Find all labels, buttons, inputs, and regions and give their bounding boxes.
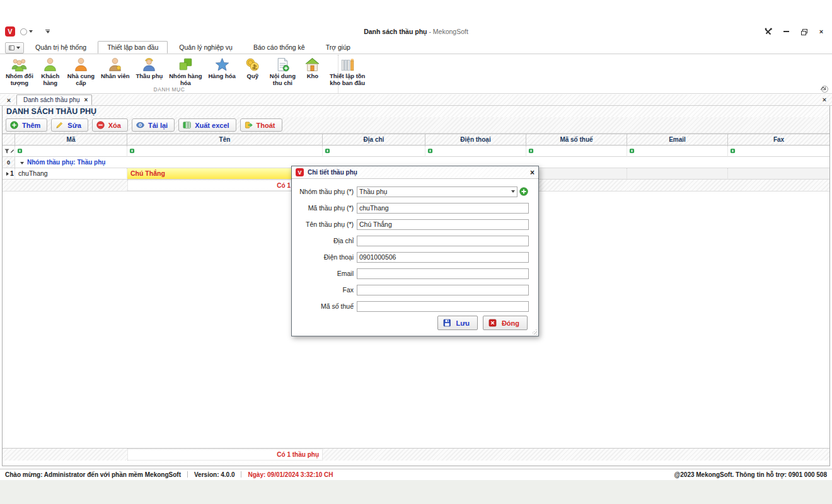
ribbon-item-suppliers[interactable]: Nhà cung cấp (64, 55, 98, 88)
reload-button[interactable]: Tải lại (132, 118, 175, 132)
column-header-dia-chi[interactable]: Địa chỉ (323, 134, 425, 146)
ribbon-item-warehouses[interactable]: Kho (299, 55, 326, 81)
dialog-close-button[interactable]: × (530, 168, 534, 177)
filter-cell-ma-so-thue[interactable] (526, 146, 627, 157)
tools-button[interactable] (764, 27, 773, 35)
field-label: Nhóm thầu phụ (*) (292, 188, 354, 195)
footer-empty (425, 449, 526, 461)
delete-button[interactable]: Xóa (92, 118, 128, 132)
phone-input[interactable] (357, 252, 529, 263)
code-input[interactable] (357, 203, 529, 214)
resize-grip[interactable] (531, 329, 537, 335)
income-expense-icon (275, 57, 291, 72)
column-header-dien-thoai[interactable]: Điện thoại (425, 134, 526, 146)
group-footer-spacer (15, 180, 127, 191)
save-button[interactable]: Lưu (437, 316, 478, 330)
minimize-button[interactable] (782, 27, 790, 35)
chevron-down-icon[interactable] (511, 190, 515, 193)
document-tab-label: Danh sách thầu phụ (23, 96, 80, 103)
fax-input[interactable] (357, 285, 529, 295)
action-toolbar: Thêm Sửa Xóa Tải lại Xuất excel Thoát (3, 117, 829, 134)
ribbon-item-funds[interactable]: Quỹ (239, 55, 267, 81)
filter-cell-ten[interactable] (127, 146, 323, 157)
address-input[interactable] (357, 236, 529, 246)
chevron-down-icon (16, 47, 20, 49)
filter-cell-dia-chi[interactable] (323, 146, 425, 157)
grid-indicator-header (3, 134, 15, 146)
ribbon-tab-operations[interactable]: Quản lý nghiệp vụ (170, 41, 242, 54)
field-row-group: Nhóm thầu phụ (*) Thầu phụ (292, 183, 538, 200)
ribbon-item-initial-stock[interactable]: Thiết lập tồn kho ban đầu (326, 55, 368, 88)
column-header-ma-so-thue[interactable]: Mã số thuế (526, 134, 627, 146)
cell-ma-so-thue[interactable] (526, 168, 627, 180)
email-input[interactable] (357, 268, 529, 279)
supplier-icon (73, 57, 89, 72)
footer-summary: Có 1 thầu phụ (127, 449, 323, 461)
filter-cell-email[interactable] (627, 146, 728, 157)
column-header-ma[interactable]: Mã (15, 134, 127, 146)
ribbon-item-products[interactable]: Hàng hóa (205, 55, 239, 81)
cell-email[interactable] (627, 168, 728, 180)
ribbon-tab-system-admin[interactable]: Quản trị hệ thống (26, 41, 96, 54)
close-tab-icon[interactable]: × (84, 96, 88, 103)
ribbon-item-employees[interactable]: Nhân viên (98, 55, 132, 81)
document-tab-subcontractor-list[interactable]: Danh sách thầu phụ × (16, 94, 92, 105)
group-select[interactable]: Thầu phụ (357, 186, 517, 197)
export-excel-button[interactable]: Xuất excel (178, 118, 236, 132)
field-label: Fax (292, 286, 354, 294)
tax-code-input[interactable] (357, 301, 529, 312)
cell-ma[interactable]: chuThang (15, 168, 127, 180)
close-document-button[interactable]: × (819, 94, 829, 105)
cell-fax[interactable] (728, 168, 829, 180)
ribbon-item-product-groups[interactable]: Nhóm hàng hóa (166, 55, 205, 88)
ribbon-tab-initial-setup[interactable]: Thiết lập ban đầu (98, 41, 168, 54)
application-window: V Danh sách thầu phụ - MekongSoft × (0, 0, 832, 504)
add-group-button[interactable] (519, 187, 528, 196)
filter-cell-ma[interactable] (15, 146, 127, 157)
group-footer-empty (728, 180, 829, 191)
layout-icon (9, 45, 14, 50)
collapse-triangle-icon[interactable] (20, 162, 24, 164)
app-menu-button[interactable] (5, 42, 24, 54)
add-button[interactable]: Thêm (6, 118, 47, 132)
ribbon-item-income-expense[interactable]: Nội dung thu chi (267, 55, 299, 88)
window-titlebar: V Danh sách thầu phụ - MekongSoft × (0, 25, 832, 42)
close-window-button[interactable]: × (817, 27, 826, 35)
data-row-indicator: 1 (3, 168, 15, 180)
close-dialog-button[interactable]: Đóng (483, 316, 528, 330)
close-all-tabs-button[interactable]: × (4, 95, 14, 105)
edit-pencil-icon (10, 149, 14, 154)
filter-cell-fax[interactable] (728, 146, 829, 157)
dialog-buttons: Lưu Đóng (437, 316, 528, 330)
tools-icon (765, 28, 772, 35)
ribbon-item-label: Nhân viên (101, 73, 129, 80)
grid-header-row: Mã Tên Địa chỉ Điện thoại Mã số thuế Ema… (3, 134, 829, 146)
group-row-text: Nhóm thầu phụ: Thầu phụ (27, 159, 105, 166)
ribbon-item-subcontractors[interactable]: Thầu phụ (133, 55, 166, 81)
button-label: Thoát (257, 122, 275, 129)
ribbon-tab-reports[interactable]: Báo cáo thống kê (244, 41, 315, 54)
column-header-email[interactable]: Email (627, 134, 728, 146)
column-header-fax[interactable]: Fax (728, 134, 829, 146)
warehouse-icon (304, 57, 320, 72)
grid-footer-row: Có 1 thầu phụ (3, 448, 829, 461)
column-header-ten[interactable]: Tên (127, 134, 323, 146)
filter-cell-dien-thoai[interactable] (425, 146, 526, 157)
edit-button[interactable]: Sửa (51, 118, 88, 132)
ribbon-item-customers[interactable]: Khách hàng (37, 55, 64, 88)
ribbon-collapse-icon[interactable] (821, 86, 826, 91)
add-icon (10, 121, 18, 129)
button-label: Thêm (22, 122, 40, 129)
name-input[interactable] (357, 219, 529, 230)
field-row-tax-code: Mã số thuế (292, 298, 538, 314)
exit-button[interactable]: Thoát (240, 118, 282, 132)
ribbon-tab-help[interactable]: Trợ giúp (316, 41, 360, 54)
ribbon-item-object-group[interactable]: Nhóm đối tượng (3, 55, 37, 88)
group-footer-empty (526, 180, 627, 191)
restore-button[interactable] (799, 27, 808, 35)
filter-icon (528, 148, 534, 154)
ribbon-group-label: DANH MỤC (0, 86, 338, 93)
field-label: Tên thầu phụ (*) (292, 220, 354, 228)
ribbon-tab-bar: Quản trị hệ thống Thiết lập ban đầu Quản… (0, 42, 832, 54)
dialog-titlebar[interactable]: V Chi tiết thầu phụ × (292, 166, 538, 179)
